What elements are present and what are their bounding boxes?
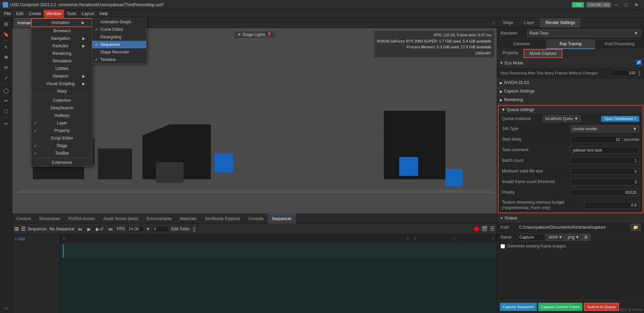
menu-extensions[interactable]: Extensions [31, 159, 92, 166]
submenu-sequencer[interactable]: ✓ Sequencer [92, 41, 146, 48]
fps-arrow[interactable]: ▼ [146, 227, 150, 231]
eco-stop-value[interactable] [610, 70, 638, 76]
queue-instance-value[interactable]: localhost Queu ▼ [543, 115, 581, 122]
tab-environments[interactable]: Environments [142, 214, 176, 224]
tab-showcases[interactable]: Showcases [35, 214, 64, 224]
output-section-header[interactable]: ▼ Output [497, 214, 644, 222]
tool-move[interactable]: ✥ [1, 52, 11, 62]
name-pattern-dropdown[interactable]: .####▼ [546, 234, 564, 241]
subtab-common[interactable]: Common [497, 39, 546, 49]
name-ext-dropdown[interactable]: .png▼ [565, 234, 581, 241]
batch-count-input[interactable] [570, 157, 639, 164]
frame-input[interactable] [152, 226, 169, 232]
tool-scale[interactable]: ⤢ [1, 73, 11, 83]
capture-sequence-button[interactable]: Capture Sequence [500, 303, 537, 311]
eco-expand[interactable]: ⟩ [639, 70, 641, 76]
menu-hotkeys[interactable]: Hotkeys [31, 112, 92, 119]
tab-content[interactable]: Content [12, 214, 35, 224]
seq-prev[interactable]: ⏮ [76, 226, 84, 232]
menu-layer[interactable]: ✓ Layer [31, 119, 92, 127]
seq-play[interactable]: ▶ [86, 226, 92, 232]
tab-render-settings[interactable]: Render Settings [540, 18, 580, 27]
texture-stream-input[interactable] [584, 202, 639, 209]
open-dashboard-button[interactable]: Open Dashboard ↗ [601, 116, 639, 122]
menu-viewport[interactable]: Viewport ▶ [31, 72, 92, 80]
record-icon[interactable] [474, 227, 479, 231]
tool-rotate[interactable]: ⟳ [1, 63, 11, 72]
menu-deepsearch[interactable]: DeepSearch [31, 104, 92, 112]
tab-nvidia-assets[interactable]: NVIDIA Assets [64, 214, 99, 224]
seq-next[interactable]: ⏭ [107, 226, 115, 232]
seq-menu-icon[interactable]: ☰ [490, 226, 495, 232]
menu-window[interactable]: Window [44, 10, 64, 18]
menu-layout[interactable]: Layout [79, 10, 97, 18]
tab-movie-capture[interactable]: Movie Capture [523, 49, 563, 58]
submit-to-queue-button[interactable]: Submit to Queue [584, 303, 619, 311]
subtab-post-processing[interactable]: Post Processing [595, 39, 644, 49]
rendering-section[interactable]: ▶ Rendering [497, 96, 644, 104]
menu-stage[interactable]: ✓ Stage [31, 142, 92, 149]
tab-property[interactable]: Property [497, 49, 523, 58]
start-delay-input[interactable] [570, 136, 622, 143]
tab-layer[interactable]: Layer [519, 18, 540, 27]
menu-warp[interactable]: Warp [31, 87, 92, 95]
tool-select[interactable]: ↖ [1, 42, 11, 52]
nvidia-dlss-section[interactable]: ▶ NVIDIA DLSS [497, 79, 644, 87]
menu-particles[interactable]: Particles ▶ [31, 42, 92, 50]
menu-navigation[interactable]: Navigation ▶ [31, 35, 92, 42]
tab-materials[interactable]: Materials [176, 214, 201, 224]
menu-visual-scripting[interactable]: Visual Scripting ▶ [31, 80, 92, 87]
menu-simulation[interactable]: Simulation [31, 57, 92, 65]
output-name-input[interactable] [518, 234, 545, 241]
capture-settings-section[interactable]: ▶ Capture Settings [497, 87, 644, 96]
submenu-curve-editor[interactable]: ✓ Curve Editor [92, 26, 146, 33]
menu-property[interactable]: ✓ Property [31, 127, 92, 134]
menu-rendering[interactable]: Rendering [31, 50, 92, 57]
capture-current-frame-button[interactable]: Capture Current Frame [538, 303, 583, 311]
submenu-timeline[interactable]: ✓ Timeline [92, 56, 146, 63]
tool-grid[interactable]: ⊞ [1, 19, 11, 29]
seq-list-icon[interactable]: ☰ [21, 226, 26, 232]
submenu-animation-graph[interactable]: Animation Graph [92, 18, 146, 26]
tool-cut[interactable]: ✂ [1, 119, 11, 129]
menu-utilities[interactable]: Utilities [31, 65, 92, 72]
task-comment-input[interactable] [570, 147, 639, 154]
menu-file[interactable]: File [1, 10, 13, 18]
seq-add-button[interactable]: + Add [14, 237, 58, 241]
tab-simready[interactable]: SimReady Explorer [201, 214, 244, 224]
menu-script-editor[interactable]: Script Editor [31, 134, 92, 142]
menu-tools[interactable]: Tools [64, 10, 79, 18]
viewport-options[interactable]: ≡ [492, 19, 495, 26]
seq-timeline[interactable]: 0 0 0 1 1 [60, 234, 497, 313]
tab-stage[interactable]: Stage [497, 18, 519, 27]
tool-circle[interactable]: ◯ [1, 86, 11, 95]
eco-checkbox[interactable] [636, 60, 641, 65]
submenu-retargeting[interactable]: Retargeting [92, 33, 146, 41]
tool-hex[interactable]: ⬡ [1, 106, 11, 116]
menu-edit[interactable]: Edit [13, 10, 26, 18]
menu-animation[interactable]: Animation ▶ [31, 18, 92, 27]
seq-play-loop[interactable]: ▶↺ [94, 226, 105, 232]
priority-input[interactable] [570, 189, 639, 196]
min-file-size-input[interactable] [570, 168, 639, 175]
minimize-button[interactable]: ─ [611, 1, 621, 8]
seq-layers-icon[interactable]: ⊞ [14, 226, 19, 232]
submenu-stage-recorder[interactable]: Stage Recorder [92, 48, 146, 56]
eco-mode-section[interactable]: ▼ Eco Mode [497, 58, 644, 68]
maximize-button[interactable]: □ [621, 1, 631, 8]
menu-browsers[interactable]: Browsers [31, 27, 92, 35]
tab-asset-stores[interactable]: Asset Stores (beta) [99, 214, 142, 224]
subtab-ray-tracing[interactable]: Ray Tracing [546, 39, 595, 49]
tab-sequencer[interactable]: Sequencer [268, 214, 296, 224]
tab-console[interactable]: Console [244, 214, 268, 224]
menu-collection[interactable]: Collection [31, 97, 92, 104]
stage-lights-button[interactable]: ☀ Stage Lights 📍 [233, 31, 276, 38]
menu-toolbar[interactable]: ✓ ToolBar [31, 149, 92, 157]
renderer-dropdown[interactable]: Real-Time ▼ [527, 29, 641, 37]
fps-input[interactable] [127, 226, 144, 232]
queue-header[interactable]: ▼ Queue settings [498, 106, 643, 114]
path-browse-button[interactable]: 📁 [631, 224, 641, 231]
close-button[interactable]: ✕ [632, 1, 641, 8]
menu-help[interactable]: Help [97, 10, 111, 18]
invalid-frame-input[interactable] [570, 179, 639, 185]
